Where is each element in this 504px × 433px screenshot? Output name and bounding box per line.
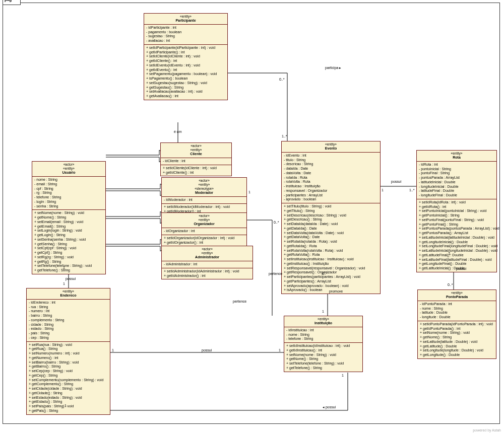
ops: + setIdAdministrador(idAdministrador : i… [162, 268, 253, 279]
ops: + setIdOrganizador(idOrganizador : int) … [162, 235, 246, 246]
attrs: - idInstituicao : int- nome : String- te… [284, 327, 362, 343]
op: + getAvaliacao() : int [146, 94, 225, 99]
op: + setIdOrganizador(idOrganizador : int) … [164, 236, 244, 241]
op: + getLogin() : String [34, 233, 103, 238]
label-possui-ev-rota: possui [391, 180, 401, 183]
op: + isPagamento() : boolean [146, 77, 225, 81]
op: + getDataVolta() : Date [284, 235, 378, 240]
op: + getCpf() : String [34, 251, 103, 255]
mult-1-8: 1 [279, 348, 281, 352]
attr: - idOrganizador : int [164, 229, 244, 234]
op: + setDescricao(descricao : String) : voi… [284, 213, 378, 218]
op: + setEmail(email : String) : void [34, 220, 103, 225]
op: + setIdCliente(idCliente : int) : void [163, 166, 229, 171]
class-endereco: «entity»Endereco - idEndereco : int- rua… [26, 288, 110, 415]
attr: - latitudeFinal : Double [419, 189, 494, 193]
attr: - bairro : String [29, 314, 108, 318]
op: + getLongitudeInicial() : Double [419, 240, 494, 245]
attr: - titulo : String [284, 158, 378, 163]
op: + getNome() : String [420, 335, 494, 340]
op: + setCidade(cidade : String) : void [29, 387, 108, 391]
attr: - idInstituicao : int [286, 328, 360, 333]
attrs: - idAdministrador : int [162, 261, 253, 268]
op: + getSugestao() : String [146, 86, 225, 90]
op: + setLogin(login : String) : void [34, 229, 103, 233]
op: + getIdParticipante() : int [146, 50, 225, 55]
op: + getIdCliente() : int [146, 59, 225, 63]
attr: - dataIda : Date [284, 167, 378, 171]
op: + setInstituicao(instituicao : Instituic… [284, 257, 378, 262]
attr: - estado : String [29, 327, 108, 331]
op: + getTelefone() : String [34, 268, 103, 273]
op: + setPontoFinal(pontoFinal : String) : v… [419, 218, 494, 223]
op: + getNome() : String [34, 215, 103, 220]
mult-1-7: 1 [63, 282, 65, 285]
label-participa: participa ▸ [325, 66, 341, 70]
op: + getLongitudeFinal() : Double [419, 262, 494, 266]
op: + setEstado(estado : String) : void [29, 396, 108, 400]
ops: + setIdRota(idRota : int) : void+ getIdR… [417, 199, 496, 272]
attr: - telefone : String [34, 195, 103, 200]
package-tab: pkg [3, 0, 21, 5]
mult-1-11: 1 [65, 404, 67, 407]
attrs: - idOrganizador : int [162, 228, 246, 235]
op: + setResponsavel(responsavel : Organizad… [284, 266, 378, 271]
op: + getIdEvento() : int [146, 68, 225, 73]
label-eum: é um [174, 130, 182, 133]
attr: - dataVolta : Date [284, 171, 378, 176]
attr: - idParticipante : int [146, 26, 225, 30]
attr: - descricao : String [284, 162, 378, 167]
op: + getRotaVolta() : Rota [284, 253, 378, 257]
op: + setPontosParada(pontosParada : ArrayLi… [419, 227, 494, 231]
op: + setAvaliacao(avaliacao : int) : void [146, 90, 225, 94]
op: + setBairro(bairro : String) : void [29, 360, 108, 365]
attr: - longitudeFinal : Double [419, 193, 494, 198]
op: + setLatitude(latitude : Double) : void [420, 340, 494, 344]
op: + setLatitudeFinal(latitudeFinal : Doubl… [419, 258, 494, 262]
attr: - login : String [34, 200, 103, 204]
attr: - latitudeInicial : Double [419, 180, 494, 185]
op: + getCep() : String [29, 374, 108, 378]
attr: - rotaVolta : Rota [284, 180, 378, 184]
op: + getDescricao() : String [284, 218, 378, 222]
attr: - rg : String [34, 191, 103, 195]
ops: + setIdPontoParada(idPontoParada : int) … [418, 321, 496, 358]
ops: + setIdParticipante(idParticipante : int… [144, 45, 227, 100]
op: + getBairro() : String [29, 365, 108, 369]
op: + setLongitude(longitude : Double) : voi… [420, 348, 494, 353]
op: + setRua(rua : String) : void [29, 343, 108, 347]
attr: - pais : String [29, 331, 108, 336]
attr: - idRota : int [419, 163, 494, 167]
ops: + setNome(nome : String) : void+ getNome… [32, 210, 105, 274]
op: + setSugestao(sugestao : String) : void [146, 81, 225, 86]
mult-0star-4: 0..* [274, 221, 279, 224]
mult-1-10: 1 [342, 374, 344, 377]
op: + setIdPontoParada(idPontoParada : int) … [420, 322, 494, 327]
op: + setIdInstituicao(idInstituicao : int) … [286, 344, 360, 348]
op: + setIdParticipante(idParticipante : int… [146, 46, 225, 50]
mult-1star: 1..* [282, 134, 287, 138]
label-possui-rota-pp: possui [456, 267, 466, 270]
attr: - nome : String [286, 333, 360, 337]
attr: - instituicao : Instituição [284, 184, 378, 189]
op: + setDataIda(dataIda : Date) : void [284, 222, 378, 227]
attr: - idEndereco : int [29, 301, 108, 305]
attr: - idCliente : int [163, 159, 229, 164]
op: + getSenha() : String [34, 242, 103, 247]
attr: - nome : String [420, 307, 494, 311]
op: + setParticipantes(participantes : Array… [284, 275, 378, 279]
op: + getEstado() : String [29, 400, 108, 404]
op: + setIdCliente(idCliente : int) : void [146, 54, 225, 59]
op: + getParticipantes() : ArrayList [284, 279, 378, 284]
mult-1-5: 1 [248, 190, 250, 194]
attr: - cep : String [29, 336, 108, 340]
op: + getTelefone() : String [286, 366, 360, 371]
op: + getResponsavel() : Organizador [284, 270, 378, 275]
op: + getPontoInicial() : String [419, 213, 494, 218]
attrs: - nome : String- email : String- cpf : S… [32, 177, 105, 210]
op: + setCpf(cpf : String) : void [34, 246, 103, 251]
attr: - pontoFinal : String [419, 171, 494, 176]
op: + setRotaVolta(rotaVolta : Rota) : void [284, 249, 378, 253]
attr: - cpf : String [34, 187, 103, 191]
attr: - rua : String [29, 305, 108, 310]
